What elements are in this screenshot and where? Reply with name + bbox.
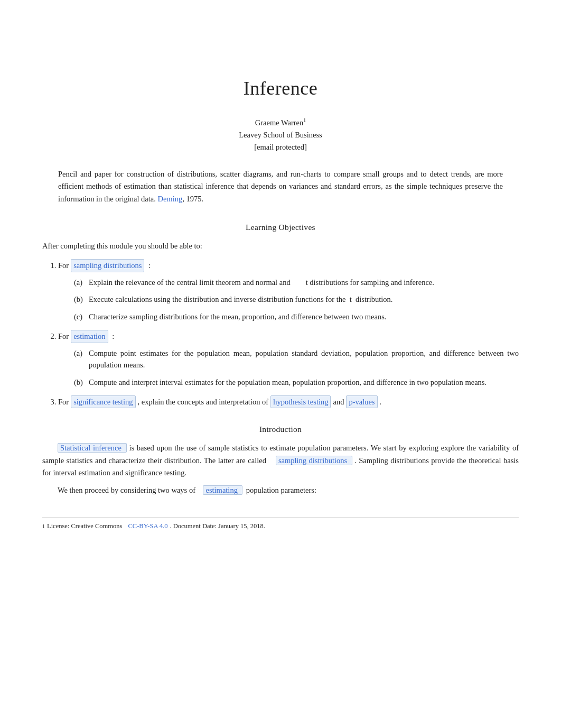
sampling-distributions-link-2[interactable]: sampling distributions xyxy=(276,456,352,465)
learning-objectives-title: Learning Objectives xyxy=(42,221,519,234)
intro-para-1: Statistical inference is based upon the … xyxy=(42,442,519,479)
author-email: [email protected] xyxy=(42,141,519,153)
estimation-anchor[interactable]: estimation xyxy=(73,332,105,340)
footnote-area: 1 License: Creative Commons CC-BY-SA 4.0… xyxy=(42,518,519,531)
sub-item-1b: (b) Execute calculations using the distr… xyxy=(74,293,519,305)
content-1a: Explain the relevance of the central lim… xyxy=(89,277,519,288)
sub-item-1a: (a) Explain the relevance of the central… xyxy=(74,277,519,288)
list-item-3: For significance testing , explain the c… xyxy=(58,395,519,408)
for-prefix-1: For xyxy=(58,260,69,271)
footnote-text: License: Creative Commons xyxy=(47,521,122,531)
abstract: Pencil and paper for construction of dis… xyxy=(58,168,503,205)
author-institution: Leavey School of Business xyxy=(42,129,519,141)
for-suffix-2: : xyxy=(110,330,115,342)
content-2b: Compute and interpret interval estimates… xyxy=(89,376,519,388)
label-2b: (b) xyxy=(74,376,89,388)
author-block: Graeme Warren1 Leavey School of Business… xyxy=(42,116,519,153)
significance-testing-anchor[interactable]: significance testing xyxy=(73,398,133,406)
cc-license-link[interactable]: CC-BY-SA 4.0 xyxy=(128,521,167,531)
introduction-title: Introduction xyxy=(42,423,519,436)
list-item-2: For estimation : (a) Compute point estim… xyxy=(58,330,519,388)
sub-item-2b: (b) Compute and interpret interval estim… xyxy=(74,376,519,388)
content-1b: Execute calculations using the distribut… xyxy=(89,293,519,305)
for-prefix-2: For xyxy=(58,330,69,342)
sub-item-2a: (a) Compute point estimates for the popu… xyxy=(74,347,519,371)
intro-para2-start: We then proceed by considering two ways … xyxy=(58,486,201,494)
significance-testing-link[interactable]: significance testing xyxy=(71,395,135,408)
sub-list-1: (a) Explain the relevance of the central… xyxy=(74,277,519,322)
learning-objectives-list: For sampling distributions : (a) Explain… xyxy=(58,259,519,408)
label-2a: (a) xyxy=(74,347,89,359)
sub-item-1c: (c) Characterize sampling distributions … xyxy=(74,311,519,322)
for-prefix-3: For xyxy=(58,396,69,408)
abstract-citation-year: , 1975. xyxy=(182,195,203,203)
statistical-inference-link[interactable]: Statistical inference xyxy=(58,443,127,453)
p-values-link[interactable]: p-values xyxy=(346,395,377,408)
deming-link[interactable]: Deming xyxy=(157,195,182,203)
intro-para-2: We then proceed by considering two ways … xyxy=(42,484,519,496)
label-1c: (c) xyxy=(74,311,89,322)
intro-para2-end: population parameters: xyxy=(242,486,317,494)
estimating-link[interactable]: estimating xyxy=(203,485,242,495)
sampling-distributions-anchor-2[interactable]: sampling distributions xyxy=(278,456,347,465)
list-item-1: For sampling distributions : (a) Explain… xyxy=(58,259,519,322)
learning-objectives-intro: After completing this module you should … xyxy=(42,240,519,252)
hypothesis-testing-anchor[interactable]: hypothesis testing xyxy=(273,398,328,406)
sampling-distributions-link[interactable]: sampling distributions xyxy=(71,259,144,272)
hypothesis-testing-link[interactable]: hypothesis testing xyxy=(270,395,331,408)
estimating-anchor[interactable]: estimating xyxy=(205,486,237,494)
sig-period: . xyxy=(380,396,382,408)
sig-middle: , explain the concepts and interpretatio… xyxy=(138,396,269,408)
footnote-num: 1 xyxy=(42,522,45,531)
label-1a: (a) xyxy=(74,277,89,288)
page-title: Inference xyxy=(42,74,519,104)
content-2a: Compute point estimates for the populati… xyxy=(89,347,519,371)
content-1c: Characterize sampling distributions for … xyxy=(89,311,519,322)
sig-and: and xyxy=(333,396,344,408)
label-1b: (b) xyxy=(74,293,89,305)
abstract-text: Pencil and paper for construction of dis… xyxy=(58,170,503,202)
sampling-distributions-anchor[interactable]: sampling distributions xyxy=(73,261,142,270)
footnote-rest: . Document Date: January 15, 2018. xyxy=(170,521,265,531)
author-name: Graeme Warren xyxy=(255,118,304,127)
estimation-link[interactable]: estimation xyxy=(71,330,108,343)
statistical-inference-anchor[interactable]: Statistical inference xyxy=(60,444,121,452)
for-suffix-1: : xyxy=(146,260,151,271)
introduction-section: Introduction Statistical inference is ba… xyxy=(42,423,519,496)
author-footnote-ref: 1 xyxy=(303,117,306,123)
sub-list-2: (a) Compute point estimates for the popu… xyxy=(74,347,519,388)
p-values-anchor[interactable]: p-values xyxy=(349,398,375,406)
footnote-line: 1 License: Creative Commons CC-BY-SA 4.0… xyxy=(42,521,519,531)
